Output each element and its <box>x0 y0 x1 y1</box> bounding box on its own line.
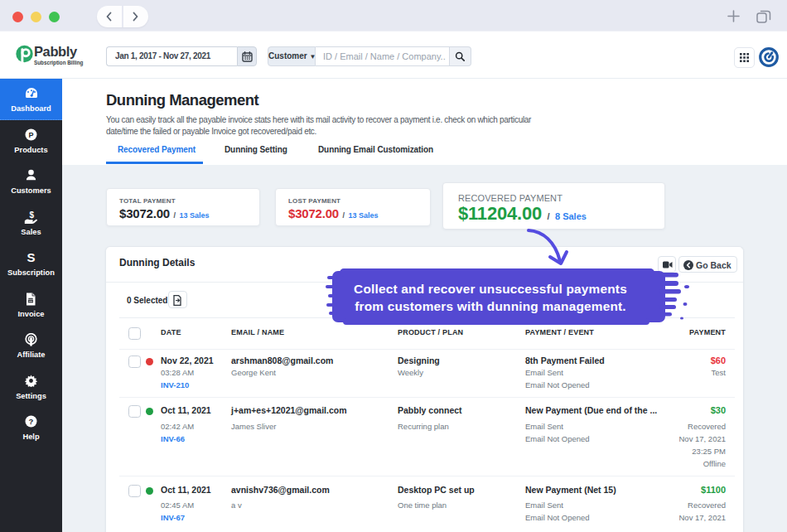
svg-text:S: S <box>27 251 35 264</box>
svg-text:P: P <box>28 130 33 138</box>
svg-text:?: ? <box>29 417 34 426</box>
svg-text:$: $ <box>29 210 34 220</box>
